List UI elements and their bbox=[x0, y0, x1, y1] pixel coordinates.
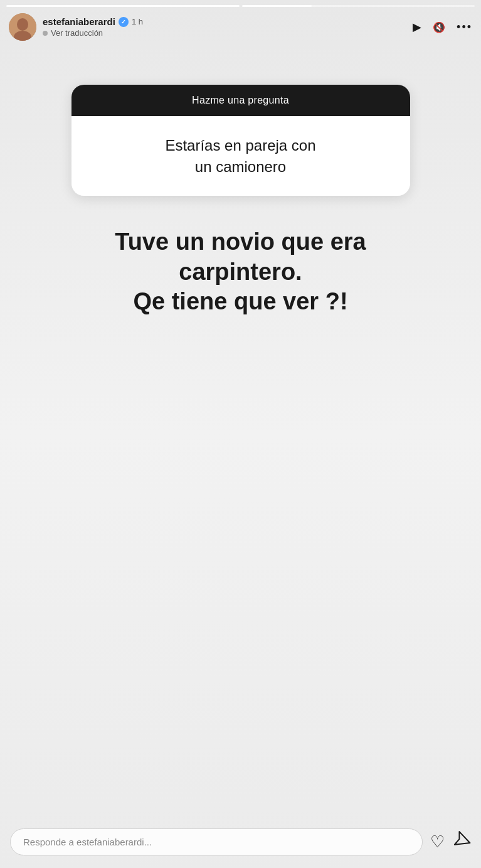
verified-icon: ✓ bbox=[119, 17, 129, 27]
question-body: Estarías en pareja conun camionero bbox=[71, 116, 410, 196]
avatar[interactable] bbox=[9, 13, 36, 41]
question-box: Hazme una pregunta Estarías en pareja co… bbox=[71, 85, 410, 196]
question-text: Estarías en pareja conun camionero bbox=[165, 137, 315, 175]
translate-link[interactable]: Ver traducción bbox=[51, 28, 103, 38]
progress-bar-container bbox=[0, 0, 481, 7]
svg-point-1 bbox=[17, 18, 28, 31]
question-header-text: Hazme una pregunta bbox=[192, 95, 289, 105]
more-icon[interactable]: ••• bbox=[457, 21, 472, 34]
avatar-image bbox=[9, 13, 36, 41]
send-icon[interactable] bbox=[452, 830, 473, 854]
play-icon[interactable]: ▶ bbox=[413, 20, 421, 34]
translate-row[interactable]: Ver traducción bbox=[43, 28, 143, 38]
reply-placeholder: Responde a estefaniaberardi... bbox=[23, 837, 152, 847]
question-header: Hazme una pregunta bbox=[71, 85, 410, 116]
mute-icon[interactable]: 🔇 bbox=[433, 21, 445, 33]
bottom-bar: Responde a estefaniaberardi... ♡ bbox=[0, 820, 481, 868]
username-row: estefaniaberardi ✓ 1 h bbox=[43, 16, 143, 27]
header-left: estefaniaberardi ✓ 1 h Ver traducción bbox=[9, 13, 143, 41]
answer-text: Tuve un novio que era carpintero.Qe tien… bbox=[59, 227, 423, 317]
translate-dot bbox=[43, 31, 48, 36]
header-info: estefaniaberardi ✓ 1 h Ver traducción bbox=[43, 16, 143, 38]
heart-icon[interactable]: ♡ bbox=[430, 832, 445, 852]
header-controls: ▶ 🔇 ••• bbox=[413, 20, 472, 34]
svg-marker-3 bbox=[455, 832, 472, 849]
story-content: Hazme una pregunta Estarías en pareja co… bbox=[0, 47, 481, 820]
story-container: estefaniaberardi ✓ 1 h Ver traducción ▶ … bbox=[0, 0, 481, 868]
timestamp: 1 h bbox=[132, 17, 143, 26]
story-header: estefaniaberardi ✓ 1 h Ver traducción ▶ … bbox=[0, 7, 481, 47]
username[interactable]: estefaniaberardi bbox=[43, 16, 115, 27]
reply-input[interactable]: Responde a estefaniaberardi... bbox=[10, 828, 423, 855]
bottom-icons: ♡ bbox=[430, 832, 471, 852]
